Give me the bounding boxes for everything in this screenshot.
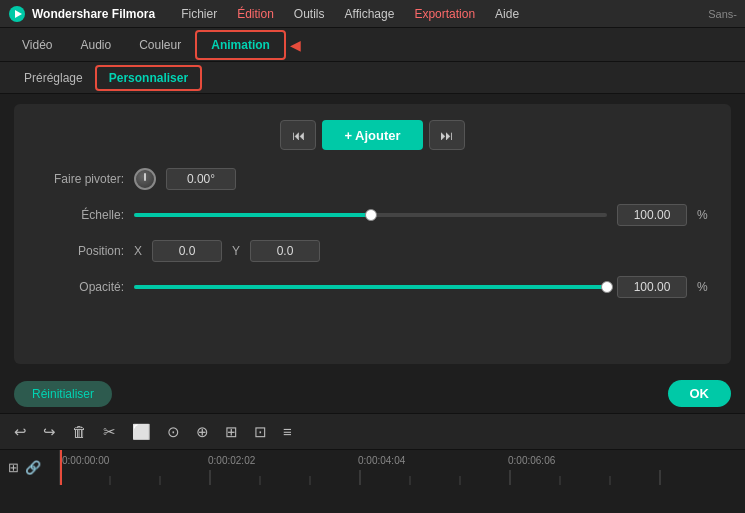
playhead [60,450,62,485]
timeline-ticks: 0:00:00:00 0:00:02:02 0:00:04:04 0:00:06… [60,450,745,485]
position-y-value[interactable]: 0.0 [250,240,320,262]
scale-slider-thumb[interactable] [365,209,377,221]
svg-text:0:00:00:00: 0:00:00:00 [62,455,110,466]
opacity-label: Opacité: [34,280,124,294]
tab-bar: Vidéo Audio Couleur Animation ◀ [0,28,745,62]
tab-video[interactable]: Vidéo [8,32,66,58]
opacity-slider-thumb[interactable] [601,281,613,293]
sans-label: Sans- [708,8,737,20]
toolbar: ↩ ↪ 🗑 ✂ ⬜ ⊙ ⊕ ⊞ ⊡ ≡ [0,413,745,449]
menu-exportation[interactable]: Exportation [406,5,483,23]
menu-edition[interactable]: Édition [229,5,282,23]
tab-audio[interactable]: Audio [66,32,125,58]
cut-icon[interactable]: ✂ [99,420,120,444]
undo-icon[interactable]: ↩ [10,420,31,444]
menu-aide[interactable]: Aide [487,5,527,23]
app-logo: Wondershare Filmora [8,5,155,23]
position-x-label: X [134,244,142,258]
reset-button[interactable]: Réinitialiser [14,381,112,407]
scale-slider-fill [134,213,371,217]
timeline-link-icon[interactable]: 🔗 [25,460,41,475]
subtab-personnaliser[interactable]: Personnaliser [95,65,202,91]
filmora-logo-icon [8,5,26,23]
opacity-row: Opacité: 100.00 % [34,276,711,298]
timeline-ruler[interactable]: 0:00:00:00 0:00:02:02 0:00:04:04 0:00:06… [60,450,745,485]
menu-outils[interactable]: Outils [286,5,333,23]
color-icon[interactable]: ⊕ [192,420,213,444]
controls-row: ⏮ + Ajouter ⏭ [34,120,711,150]
main-panel: ⏮ + Ajouter ⏭ Faire pivoter: 0.00° Échel… [14,104,731,364]
tab-arrow-icon: ◀ [290,37,301,53]
split-icon[interactable]: ⊡ [250,420,271,444]
opacity-percent: % [697,280,711,294]
position-x-value[interactable]: 0.0 [152,240,222,262]
timeline: ⊞ 🔗 0:00:00:00 0:00:02:02 0:00:04:04 [0,449,745,485]
menu-bar: Fichier Édition Outils Affichage Exporta… [173,5,708,23]
position-label: Position: [34,244,124,258]
opacity-value[interactable]: 100.00 [617,276,687,298]
delete-icon[interactable]: 🗑 [68,420,91,443]
nav-first-button[interactable]: ⏮ [280,120,316,150]
rotation-row: Faire pivoter: 0.00° [34,168,711,190]
subtab-bar: Préréglage Personnaliser [0,62,745,94]
titlebar: Wondershare Filmora Fichier Édition Outi… [0,0,745,28]
position-y-label: Y [232,244,240,258]
scale-slider[interactable] [134,213,607,217]
timeline-magnet-icon[interactable]: ⊞ [8,460,19,475]
add-keyframe-button[interactable]: + Ajouter [322,120,422,150]
scale-percent: % [697,208,711,222]
speed-icon[interactable]: ⊙ [163,420,184,444]
opacity-slider[interactable] [134,285,607,289]
app-title: Wondershare Filmora [32,7,155,21]
timeline-icons: ⊞ 🔗 [0,450,60,485]
subtab-prereglage[interactable]: Préréglage [12,67,95,89]
scale-label: Échelle: [34,208,124,222]
bottom-bar: Réinitialiser OK [0,374,745,413]
scale-row: Échelle: 100.00 % [34,204,711,226]
opacity-slider-fill [134,285,607,289]
redo-icon[interactable]: ↪ [39,420,60,444]
rotation-label: Faire pivoter: [34,172,124,186]
menu-fichier[interactable]: Fichier [173,5,225,23]
scale-value[interactable]: 100.00 [617,204,687,226]
crop-icon[interactable]: ⬜ [128,420,155,444]
audio-icon[interactable]: ⊞ [221,420,242,444]
svg-text:0:00:04:04: 0:00:04:04 [358,455,406,466]
menu-affichage[interactable]: Affichage [337,5,403,23]
ok-button[interactable]: OK [668,380,732,407]
rotation-dial[interactable] [134,168,156,190]
svg-text:0:00:06:06: 0:00:06:06 [508,455,556,466]
rotation-value[interactable]: 0.00° [166,168,236,190]
nav-last-button[interactable]: ⏭ [429,120,465,150]
tab-couleur[interactable]: Couleur [125,32,195,58]
position-row: Position: X 0.0 Y 0.0 [34,240,711,262]
svg-text:0:00:02:02: 0:00:02:02 [208,455,256,466]
filter-icon[interactable]: ≡ [279,420,296,443]
tab-animation[interactable]: Animation [195,30,286,60]
